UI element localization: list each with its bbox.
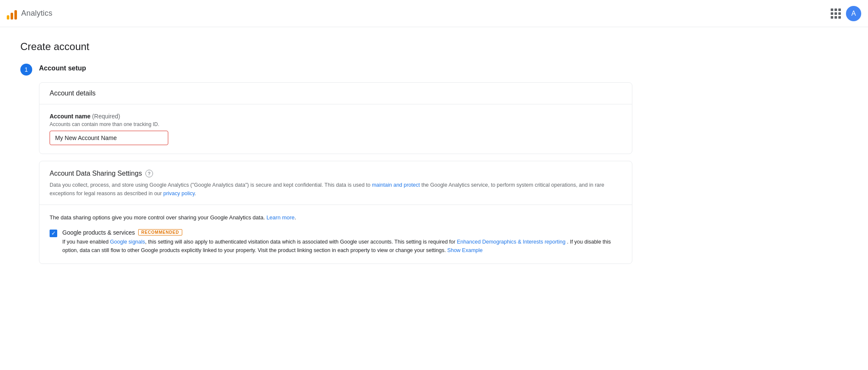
- checkbox-desc: If you have enabled Google signals, this…: [62, 238, 622, 255]
- demographics-interests-link[interactable]: Enhanced Demographics & Interests report…: [457, 239, 565, 245]
- account-name-input[interactable]: [50, 131, 168, 145]
- help-icon[interactable]: ?: [145, 170, 153, 177]
- google-products-checkbox[interactable]: ✓: [50, 230, 57, 237]
- page-wrapper: Create account 1 Account setup Account d…: [0, 27, 868, 370]
- sharing-settings-title: Account Data Sharing Settings ?: [50, 170, 622, 177]
- sharing-settings-header: Account Data Sharing Settings ? Data you…: [39, 161, 632, 205]
- maintain-protect-link[interactable]: maintain and protect: [372, 182, 420, 188]
- checkbox-content: Google products & services RECOMMENDED I…: [62, 229, 622, 255]
- sharing-desc-part3: .: [195, 191, 196, 196]
- user-avatar[interactable]: A: [846, 6, 861, 21]
- checkbox-title-text: Google products & services: [62, 229, 135, 236]
- sharing-intro-part1: The data sharing options give you more c…: [50, 214, 267, 221]
- grid-dot: [835, 12, 837, 15]
- account-details-card: Account details Account name (Required) …: [39, 82, 632, 154]
- card-header-title: Account details: [50, 90, 96, 97]
- logo-bar-1: [7, 15, 9, 20]
- sharing-title-text: Account Data Sharing Settings: [50, 170, 142, 177]
- sharing-settings-card: Account Data Sharing Settings ? Data you…: [39, 161, 632, 264]
- card-header: Account details: [39, 83, 632, 104]
- field-hint: Accounts can contain more than one track…: [50, 121, 622, 127]
- sharing-desc-part1: Data you collect, process, and store usi…: [50, 182, 372, 188]
- card-body: Account name (Required) Accounts can con…: [39, 104, 632, 154]
- grid-dot: [835, 16, 837, 19]
- learn-more-link[interactable]: Learn more: [267, 214, 295, 221]
- grid-dot: [838, 8, 841, 11]
- step-content: Account details Account name (Required) …: [39, 82, 632, 264]
- grid-dot: [831, 12, 833, 15]
- google-signals-link[interactable]: Google signals: [110, 239, 145, 245]
- show-example-link[interactable]: Show Example: [447, 247, 482, 253]
- checkmark-icon: ✓: [51, 230, 56, 236]
- desc-part1: If you have enabled: [62, 239, 110, 245]
- sharing-intro: The data sharing options give you more c…: [50, 213, 622, 222]
- topnav-left: Analytics: [7, 8, 53, 20]
- step-row: 1 Account setup: [20, 63, 632, 76]
- logo-bar-2: [11, 13, 13, 20]
- grid-dot: [831, 16, 833, 19]
- analytics-logo-icon: [7, 8, 17, 20]
- main-content: Create account 1 Account setup Account d…: [0, 27, 653, 278]
- grid-dot: [838, 12, 841, 15]
- app-title: Analytics: [21, 9, 53, 18]
- sharing-header-desc: Data you collect, process, and store usi…: [50, 181, 622, 198]
- field-required-label: (Required): [92, 113, 120, 120]
- topnav-right: A: [831, 6, 861, 21]
- grid-dot: [838, 16, 841, 19]
- privacy-policy-link[interactable]: privacy policy: [163, 191, 195, 196]
- top-navigation: Analytics A: [0, 0, 868, 27]
- apps-grid-icon[interactable]: [831, 8, 841, 19]
- step-label: Account setup: [39, 63, 86, 72]
- recommended-badge: RECOMMENDED: [138, 229, 182, 235]
- checkbox-title: Google products & services RECOMMENDED: [62, 229, 622, 236]
- sharing-body: The data sharing options give you more c…: [39, 205, 632, 263]
- sharing-intro-part2: .: [295, 214, 296, 221]
- field-label: Account name (Required): [50, 113, 622, 120]
- grid-dot: [835, 8, 837, 11]
- page-title: Create account: [20, 41, 632, 53]
- step-number: 1: [20, 64, 32, 76]
- grid-dot: [831, 8, 833, 11]
- desc-part2: , this setting will also apply to authen…: [145, 239, 457, 245]
- checkbox-row-google-products: ✓ Google products & services RECOMMENDED…: [50, 229, 622, 255]
- logo-bar-3: [14, 10, 17, 20]
- field-label-text: Account name: [50, 113, 90, 120]
